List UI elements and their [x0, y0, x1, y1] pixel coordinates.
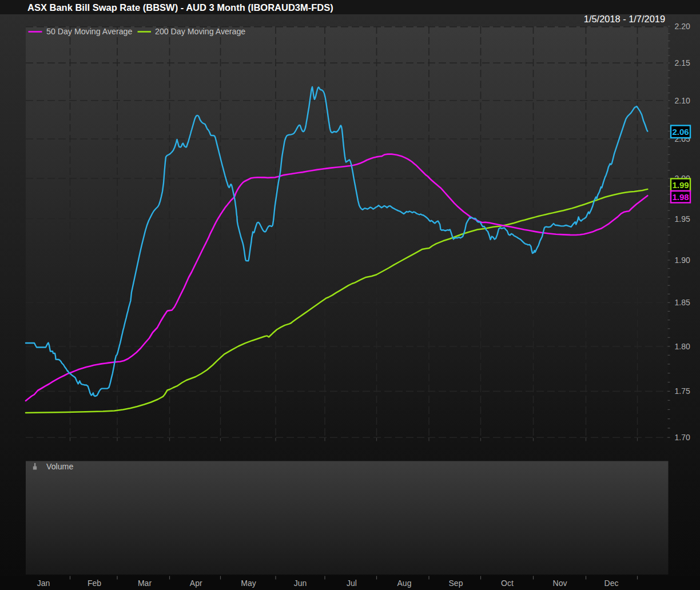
svg-text:1.95: 1.95 — [675, 214, 690, 224]
svg-text:1/5/2018 - 1/7/2019: 1/5/2018 - 1/7/2019 — [584, 14, 665, 24]
svg-text:Nov: Nov — [553, 579, 567, 588]
svg-text:1.85: 1.85 — [675, 298, 690, 307]
svg-text:2.10: 2.10 — [675, 96, 690, 105]
svg-text:1.99: 1.99 — [672, 180, 689, 190]
svg-text:1.75: 1.75 — [675, 386, 690, 396]
svg-text:2.06: 2.06 — [672, 127, 689, 137]
svg-text:Jan: Jan — [37, 579, 50, 588]
svg-text:2.15: 2.15 — [675, 58, 690, 67]
svg-text:Sep: Sep — [449, 579, 463, 588]
svg-text:Oct: Oct — [501, 579, 514, 588]
svg-text:Aug: Aug — [397, 579, 412, 588]
svg-text:Jul: Jul — [347, 579, 357, 588]
svg-text:200 Day Moving Average: 200 Day Moving Average — [155, 27, 245, 36]
svg-text:May: May — [241, 579, 256, 588]
svg-text:Apr: Apr — [190, 579, 202, 588]
svg-text:Volume: Volume — [46, 462, 73, 471]
svg-text:1.98: 1.98 — [672, 192, 689, 202]
svg-text:1.70: 1.70 — [675, 433, 690, 442]
svg-text:2.20: 2.20 — [675, 22, 690, 31]
svg-text:50 Day Moving Average: 50 Day Moving Average — [46, 27, 132, 36]
svg-text:Dec: Dec — [604, 579, 619, 588]
svg-text:1.90: 1.90 — [675, 256, 690, 265]
svg-text:Jun: Jun — [294, 579, 307, 588]
svg-text:Feb: Feb — [88, 579, 101, 588]
svg-text:Mar: Mar — [138, 579, 152, 588]
svg-text:ASX Bank Bill Swap Rate (BBSW): ASX Bank Bill Swap Rate (BBSW) - AUD 3 M… — [27, 2, 333, 13]
svg-text:1.80: 1.80 — [675, 342, 690, 351]
